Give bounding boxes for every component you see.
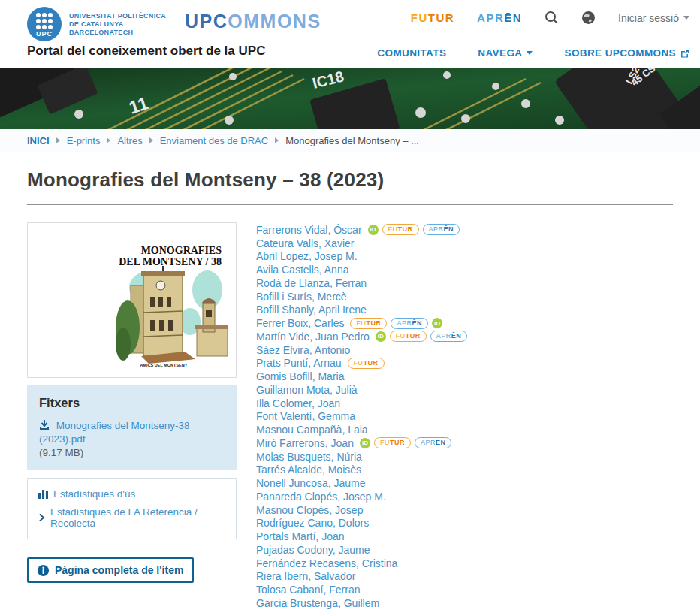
author-row: Illa Colomer, Joan <box>256 397 673 410</box>
chevron-right-icon <box>38 513 45 522</box>
nav-navega[interactable]: NAVEGA <box>478 47 533 59</box>
author-row: Font Valentí, Gemma <box>256 410 673 424</box>
author-link[interactable]: Cateura Valls, Xavier <box>256 237 354 249</box>
top-utility-nav: FUTUR APRĒN Iniciar sessió <box>411 11 689 25</box>
upc-logo[interactable]: UPC UNIVERSITAT POLITÈCNICA DE CATALUNYA… <box>27 7 166 41</box>
orcid-id-badge[interactable]: iD <box>368 225 379 235</box>
badge-container: iDFUTURAPRĒN <box>376 331 468 342</box>
author-link[interactable]: Guillamon Mota, Julià <box>256 384 358 396</box>
author-row: Tarrés Alcalde, Moisès <box>256 464 673 477</box>
breadcrumb-separator <box>56 137 60 143</box>
author-link[interactable]: Abril Lopez, Josep M. <box>256 250 358 262</box>
cover-publisher: AMICS DEL MONTSENY <box>140 363 188 367</box>
author-link[interactable]: Masnou Clopés, Josep <box>256 504 363 516</box>
author-list: Farrerons Vidal, Óscar iDFUTURAPRĒN Cate… <box>237 222 673 610</box>
author-link[interactable]: Garcia Brustenga, Guillem <box>256 597 379 609</box>
author-row: Ferrer Boix, Carles FUTURAPRĒNiD <box>256 316 673 330</box>
breadcrumb-separator <box>275 137 279 143</box>
upc-logo-acronym: UPC <box>36 30 53 38</box>
orcid-id-badge[interactable]: iD <box>376 331 386 342</box>
author-link[interactable]: Gomis Bofill, Maria <box>256 370 344 382</box>
page-title: Monografies del Montseny – 38 (2023) <box>27 168 673 192</box>
apren-badge[interactable]: APRĒN <box>430 331 468 342</box>
site-header: UPC UNIVERSITAT POLITÈCNICA DE CATALUNYA… <box>0 0 700 68</box>
breadcrumb: INICI E-prints Altres Enviament des de D… <box>0 129 700 152</box>
upcommons-logo[interactable]: UPCOMMONS <box>185 11 321 32</box>
orcid-id-badge[interactable]: iD <box>432 318 442 328</box>
item-thumbnail[interactable]: MONOGRAFIES DEL MONTSENY / 38 <box>27 222 237 378</box>
author-link[interactable]: Bofill i Surís, Mercè <box>256 291 347 303</box>
breadcrumb-separator <box>149 137 153 143</box>
author-link[interactable]: Martín Vide, Juan Pedro <box>256 331 370 343</box>
author-row: Prats Puntí, Arnau FUTUR <box>256 357 673 370</box>
author-link[interactable]: Ferrer Boix, Carles <box>256 317 344 329</box>
author-row: Panareda Clopés, Josep M. <box>256 490 673 503</box>
author-row: Portals Martí, Joan <box>256 530 673 543</box>
author-row: Gomis Bofill, Maria <box>256 370 673 383</box>
futur-badge[interactable]: FUTUR <box>382 224 419 235</box>
bar-chart-icon <box>38 489 48 499</box>
futur-badge[interactable]: FUTUR <box>348 358 385 369</box>
author-link[interactable]: Rodà de Llanza, Ferran <box>256 277 367 289</box>
author-link[interactable]: Tarrés Alcalde, Moisès <box>256 464 361 476</box>
breadcrumb-separator <box>107 137 110 143</box>
nav-sobre-upcommons[interactable]: SOBRE UPCOMMONS <box>564 47 689 59</box>
author-row: Garcia Brustenga, Guillem <box>256 596 673 610</box>
author-row: Tolosa Cabaní, Ferran <box>256 583 673 596</box>
author-link[interactable]: Panareda Clopés, Josep M. <box>256 491 386 503</box>
author-link[interactable]: Portals Martí, Joan <box>256 530 345 542</box>
futur-link[interactable]: FUTUR <box>411 11 454 24</box>
author-link[interactable]: Avila Castells, Anna <box>256 264 348 276</box>
orcid-id-badge[interactable]: iD <box>360 438 370 448</box>
breadcrumb-link-drac[interactable]: Enviament des de DRAC <box>160 135 269 146</box>
author-link[interactable]: Nonell Juncosa, Jaume <box>256 477 366 489</box>
full-item-page-button[interactable]: Pàgina completa de l'ítem <box>27 557 194 583</box>
site-tagline: Portal del coneixement obert de la UPC <box>27 44 265 59</box>
lareferencia-statistics-link[interactable]: Estadístiques de LA Referencia / Recolec… <box>38 506 225 529</box>
apren-badge[interactable]: APRĒN <box>391 318 428 329</box>
author-link[interactable]: Bofill Shanly, April Irene <box>256 303 367 316</box>
futur-badge[interactable]: FUTUR <box>350 318 387 329</box>
nav-comunitats[interactable]: COMUNITATS <box>377 47 446 59</box>
login-menu[interactable]: Iniciar sessió <box>618 12 689 24</box>
file-size: (9.17 MB) <box>39 447 83 458</box>
author-row: Fernández Recasens, Cristina <box>256 557 673 570</box>
download-icon <box>39 420 50 430</box>
author-row: Miró Farrerons, Joan iDFUTURAPRĒN <box>256 436 673 450</box>
author-link[interactable]: Pujadas Codony, Jaume <box>256 544 370 556</box>
login-label: Iniciar sessió <box>618 12 679 24</box>
apren-badge[interactable]: APRĒN <box>415 437 452 448</box>
search-icon[interactable] <box>545 11 559 25</box>
futur-badge[interactable]: FUTUR <box>374 437 411 448</box>
author-link[interactable]: Farrerons Vidal, Óscar <box>256 224 362 236</box>
author-row: Guillamon Mota, Julià <box>256 383 673 397</box>
author-row: Avila Castells, Anna <box>256 263 673 276</box>
files-panel: Fitxers Monografies del Montseny-38 (202… <box>27 385 237 470</box>
hero-banner-circuit-board: 11 IC18 45 CS LS283N <box>0 68 700 129</box>
breadcrumb-link-inici[interactable]: INICI <box>27 135 50 146</box>
author-link[interactable]: Fernández Recasens, Cristina <box>256 557 397 569</box>
author-link[interactable]: Molas Busquets, Núria <box>256 451 362 463</box>
language-globe-icon[interactable] <box>581 11 596 25</box>
author-link[interactable]: Sáez Elvira, Antonio <box>256 344 350 356</box>
author-link[interactable]: Rodríguez Cano, Dolors <box>256 517 369 529</box>
author-row: Riera Ibern, Salvador <box>256 570 673 584</box>
apren-link[interactable]: APRĒN <box>477 11 522 24</box>
file-download-link[interactable]: Monografies del Montseny-38 (2023).pdf <box>39 420 190 445</box>
author-row: Rodà de Llanza, Ferran <box>256 276 673 290</box>
author-link[interactable]: Miró Farrerons, Joan <box>256 437 354 449</box>
author-link[interactable]: Illa Colomer, Joan <box>256 397 340 409</box>
main-nav: COMUNITATS NAVEGA SOBRE UPCOMMONS <box>377 47 689 59</box>
author-link[interactable]: Masnou Campañà, Laia <box>256 424 368 436</box>
author-row: Rodríguez Cano, Dolors <box>256 517 673 530</box>
author-link[interactable]: Prats Puntí, Arnau <box>256 357 342 369</box>
author-link[interactable]: Tolosa Cabaní, Ferran <box>256 584 361 596</box>
author-link[interactable]: Font Valentí, Gemma <box>256 410 355 422</box>
author-row: Molas Busquets, Núria <box>256 450 673 464</box>
breadcrumb-link-eprints[interactable]: E-prints <box>67 135 101 146</box>
apren-badge[interactable]: APRĒN <box>423 224 460 235</box>
author-link[interactable]: Riera Ibern, Salvador <box>256 570 355 582</box>
futur-badge[interactable]: FUTUR <box>390 331 427 342</box>
usage-statistics-link[interactable]: Estadístiques d'ús <box>38 488 225 500</box>
breadcrumb-link-altres[interactable]: Altres <box>117 135 142 146</box>
